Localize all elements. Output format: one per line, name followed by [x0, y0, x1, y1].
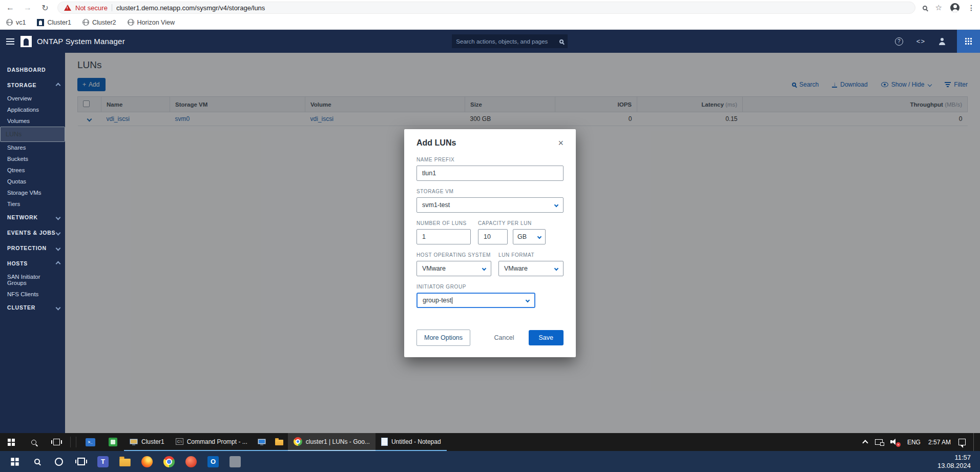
bookmark-horizon-view[interactable]: Horizon View — [128, 19, 175, 26]
address-bar[interactable]: Not secure cluster1.demo.netapp.com/sysm… — [57, 2, 915, 14]
help-icon[interactable]: ? — [895, 37, 903, 46]
forward-icon[interactable]: → — [23, 3, 33, 12]
host-clock[interactable]: 11:57 13.08.2024 — [937, 454, 974, 470]
sidebar-item-nfs-clients[interactable]: NFS Clients — [0, 289, 65, 300]
bookmark-cluster2[interactable]: Cluster2 — [82, 19, 116, 26]
sidebar-item-dashboard[interactable]: DASHBOARD — [0, 62, 65, 77]
volume-muted-icon[interactable]: × — [890, 439, 900, 445]
browser-menu-icon[interactable]: ⋮ — [968, 4, 975, 12]
taskbar-app-command-prompt[interactable]: Command Prompt - ... — [170, 433, 253, 451]
sidebar-item-cluster[interactable]: CLUSTER — [0, 300, 65, 315]
bookmark-star-icon[interactable]: ☆ — [935, 3, 942, 12]
host-search-button[interactable] — [28, 453, 46, 470]
taskbar-search-button[interactable] — [23, 433, 45, 451]
sidebar-item-qtrees[interactable]: Qtrees — [0, 165, 65, 176]
firefox-button[interactable] — [138, 453, 156, 470]
bookmark-cluster1[interactable]: Cluster1 — [37, 19, 71, 26]
lun-format-select[interactable]: VMware — [498, 261, 564, 276]
show-desktop-button[interactable] — [973, 433, 976, 451]
taskbar-app-remote-desktop[interactable] — [253, 433, 270, 451]
capacity-unit-select[interactable]: GB — [513, 229, 546, 244]
not-secure-warning-icon — [64, 5, 71, 11]
sidebar-item-shares[interactable]: Shares — [0, 142, 65, 153]
save-button[interactable]: Save — [529, 330, 564, 345]
cortana-icon — [55, 458, 63, 466]
name-prefix-label: NAME PREFIX — [416, 157, 564, 162]
chevron-down-icon — [56, 215, 61, 220]
user-icon[interactable] — [939, 38, 946, 45]
clock-time[interactable]: 2:57 AM — [928, 439, 951, 446]
name-prefix-input[interactable] — [416, 166, 564, 181]
start-button[interactable] — [0, 433, 23, 451]
host-file-explorer-button[interactable] — [116, 453, 134, 470]
chevron-down-icon — [482, 266, 486, 271]
sidebar-item-applications[interactable]: Applications — [0, 104, 65, 115]
search-icon[interactable] — [559, 39, 564, 44]
sidebar-item-quotas[interactable]: Quotas — [0, 176, 65, 187]
chevron-up-icon — [56, 83, 61, 88]
ontap-header: ONTAP System Manager ? <> — [0, 30, 980, 53]
taskbar-app-cluster1[interactable]: Cluster1 — [124, 433, 170, 451]
host-chrome-button[interactable] — [160, 453, 178, 470]
task-view-button[interactable] — [45, 433, 68, 451]
url-text[interactable]: cluster1.demo.netapp.com/sysmgr/v4/stora… — [116, 4, 265, 12]
more-options-button[interactable]: More Options — [416, 330, 470, 346]
hamburger-menu-icon[interactable] — [6, 38, 14, 45]
reload-icon[interactable]: ↻ — [40, 3, 50, 13]
global-search-field[interactable] — [456, 38, 559, 45]
zoom-icon[interactable] — [923, 6, 927, 10]
global-search-input[interactable] — [452, 34, 568, 48]
sidebar-item-san-initiator-groups[interactable]: SAN Initiator Groups — [0, 271, 65, 289]
sidebar-item-luns[interactable]: LUNs — [0, 127, 65, 142]
cancel-button[interactable]: Cancel — [494, 334, 514, 341]
capacity-per-lun-input[interactable] — [478, 229, 508, 244]
cortana-button[interactable] — [50, 453, 68, 470]
powershell-button[interactable] — [79, 433, 101, 451]
outlook-button[interactable] — [204, 453, 222, 470]
apps-grid-button[interactable] — [957, 30, 980, 53]
sidebar-item-buckets[interactable]: Buckets — [0, 153, 65, 165]
close-icon[interactable]: × — [558, 138, 564, 148]
tray-expand-icon[interactable] — [862, 440, 868, 445]
teams-icon — [97, 456, 109, 467]
app-button-1[interactable] — [182, 453, 200, 470]
sidebar-item-overview[interactable]: Overview — [0, 93, 65, 104]
file-explorer-icon — [275, 440, 283, 445]
taskbar-separator — [70, 437, 71, 447]
profile-avatar[interactable] — [950, 3, 960, 12]
file-explorer-icon — [119, 459, 131, 466]
host-os-select[interactable]: VMware — [416, 261, 491, 276]
app-button-2[interactable] — [226, 453, 244, 470]
sidebar-item-events-jobs[interactable]: EVENTS & JOBS — [0, 225, 65, 240]
pinned-app-button[interactable] — [101, 433, 124, 451]
sidebar-item-network[interactable]: NETWORK — [0, 210, 65, 225]
grid-icon — [965, 38, 967, 39]
taskbar-app-notepad[interactable]: Untitled - Notepad — [376, 433, 447, 451]
back-icon[interactable]: ← — [5, 3, 15, 12]
chevron-down-icon — [56, 305, 61, 310]
taskbar-app-chrome[interactable]: cluster1 | LUNs - Goo... — [288, 433, 376, 451]
host-start-button[interactable] — [6, 453, 24, 470]
initiator-group-combobox[interactable]: group-test — [416, 293, 535, 308]
netapp-logo-icon — [37, 19, 44, 26]
bookmark-vc1[interactable]: vc1 — [6, 19, 26, 26]
host-task-view-button[interactable] — [72, 453, 90, 470]
not-secure-label[interactable]: Not secure — [75, 4, 108, 12]
sidebar-item-hosts[interactable]: HOSTS — [0, 256, 65, 271]
sidebar-item-volumes[interactable]: Volumes — [0, 115, 65, 127]
host-taskbar: 11:57 13.08.2024 — [0, 451, 980, 472]
network-icon[interactable] — [875, 439, 883, 445]
action-center-icon[interactable] — [958, 439, 966, 445]
sidebar-item-storage-vms[interactable]: Storage VMs — [0, 187, 65, 198]
host-date: 13.08.2024 — [937, 462, 971, 470]
teams-button[interactable] — [94, 453, 112, 470]
storage-vm-select[interactable]: svm1-test — [416, 197, 564, 213]
rest-api-icon[interactable]: <> — [916, 37, 925, 45]
language-indicator[interactable]: ENG — [907, 439, 921, 446]
sidebar-item-storage[interactable]: STORAGE — [0, 77, 65, 93]
sidebar-item-tiers[interactable]: Tiers — [0, 198, 65, 210]
number-of-luns-input[interactable] — [416, 229, 471, 244]
taskbar-app-file-explorer[interactable] — [270, 433, 288, 451]
header-actions: ? <> — [895, 37, 946, 46]
sidebar-item-protection[interactable]: PROTECTION — [0, 240, 65, 256]
